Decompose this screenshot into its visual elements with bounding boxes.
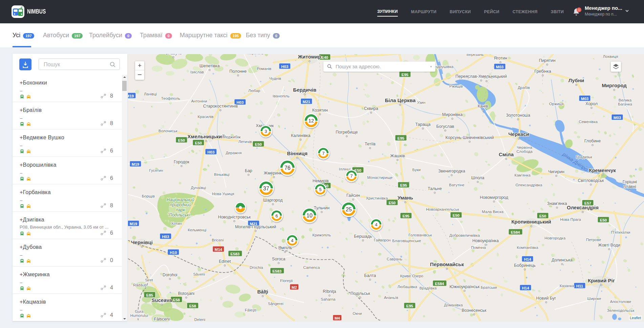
svg-text:H11: H11 [576,284,583,288]
svg-text:Новодністровськ: Новодністровськ [218,215,251,219]
svg-text:37: 37 [263,186,269,191]
svg-text:Братське: Братське [481,285,497,289]
svg-text:Хмельницький: Хмельницький [188,134,225,139]
svg-text:M19: M19 [132,162,139,166]
svg-text:Гребінка: Гребінка [534,69,551,74]
svg-text:4: 4 [291,238,293,243]
svg-text:E95: E95 [400,183,407,187]
svg-text:E95: E95 [398,136,405,140]
svg-text:Окни: Окни [353,311,362,315]
svg-text:Слобода: Слобода [516,149,533,154]
svg-text:Горішні: Горішні [623,180,637,184]
svg-text:Bălţi: Bălţi [257,289,269,295]
svg-text:Suceava: Suceava [152,297,173,303]
svg-text:E50: E50 [600,218,607,222]
svg-text:парк: парк [176,208,186,212]
svg-text:Чуднів: Чуднів [270,76,281,80]
svg-text:Саврань: Саврань [387,257,402,261]
svg-text:Врадіївка: Врадіївка [420,286,437,290]
svg-text:E583: E583 [231,252,240,256]
svg-text:Драбів: Драбів [518,86,530,90]
svg-text:Новгородка: Новгородка [544,236,566,240]
svg-text:Зеленодольськ: Зеленодольськ [607,308,635,312]
svg-text:Велика: Велика [619,98,632,102]
svg-text:Лубни: Лубни [568,77,584,83]
svg-text:Sângerei: Sângerei [268,302,283,306]
svg-text:E95: E95 [403,214,410,218]
svg-text:Гайворон: Гайворон [374,238,391,242]
svg-text:E50: E50 [453,213,459,217]
svg-text:Шпола: Шпола [471,175,484,180]
svg-text:Помічна: Помічна [471,245,486,250]
svg-text:M03: M03 [614,116,621,120]
svg-text:M14: M14 [215,248,222,252]
svg-text:E583: E583 [273,269,282,273]
svg-text:Олександрівка: Олександрівка [515,183,542,187]
svg-text:Briceni: Briceni [212,238,223,242]
svg-text:Бар: Бар [245,168,252,173]
svg-text:M19: M19 [130,222,137,226]
svg-text:M21: M21 [303,100,310,104]
svg-text:Червона: Червона [517,145,532,149]
svg-text:Національний: Національний [167,197,194,202]
svg-text:Градизьк: Градизьк [576,155,593,159]
svg-text:Теофіполь: Теофіполь [161,96,180,100]
svg-text:Вінниця: Вінниця [287,150,307,156]
svg-text:Ізяслав: Ізяслав [190,70,204,74]
svg-text:Канів: Канів [478,104,488,109]
svg-text:Вознесенськ: Вознесенськ [461,308,487,313]
svg-text:5: 5 [319,187,321,192]
svg-text:7: 7 [322,151,324,156]
svg-text:Звенигородка: Звенигородка [438,169,465,173]
svg-text:Антоніни: Антоніни [191,99,207,103]
svg-text:Яготин: Яготин [494,56,507,61]
svg-text:Кельменці: Кельменці [188,228,206,232]
svg-text:Кременчук: Кременчук [589,167,616,173]
svg-text:Бершадь: Бершадь [354,234,372,239]
svg-text:Кропивницький: Кропивницький [511,219,551,225]
svg-text:10: 10 [306,213,313,218]
svg-text:Золотоноша: Золотоноша [506,113,530,118]
svg-text:Нова Прага: Нова Прага [560,217,581,221]
svg-text:Любашівка: Любашівка [398,285,417,289]
svg-text:Подільськ: Подільськ [350,291,370,296]
svg-text:Făleşti: Făleşti [245,308,256,312]
svg-text:Сквира: Сквира [364,106,378,111]
svg-text:Андрушівка: Андрушівка [432,65,454,69]
svg-text:Широке: Широке [587,297,601,301]
svg-text:H14: H14 [522,286,529,290]
svg-text:Новоукраїнка: Новоукраїнка [472,238,499,243]
svg-text:Віньківці: Віньківці [214,172,229,177]
svg-text:Доманівка: Доманівка [444,303,463,307]
svg-text:Бобринець: Бобринець [514,263,536,268]
svg-text:Gura: Gura [135,309,144,313]
svg-text:Миропіль: Миропіль [246,54,263,55]
svg-text:M2: M2 [292,285,297,289]
svg-text:Крижопіль: Крижопіль [312,233,331,237]
svg-text:Корсунь-Шевченківський: Корсунь-Шевченківський [445,135,494,140]
svg-text:Полонне: Полонне [230,69,247,74]
svg-text:E50: E50 [539,214,546,218]
svg-text:Сміла: Сміла [499,151,514,157]
svg-text:Ананьїв: Ананьїв [384,296,398,300]
svg-text:Апостолове: Апостолове [610,300,631,304]
svg-text:Первомайськ: Первомайськ [430,261,464,267]
svg-text:Кривий Ріг: Кривий Ріг [588,278,615,283]
svg-text:Лохвиця: Лохвиця [603,54,618,58]
svg-text:Жашків: Жашків [390,154,405,158]
svg-text:Калинівка: Калинівка [291,133,310,138]
svg-text:E95: E95 [402,73,409,77]
svg-text:плавні: плавні [623,184,636,189]
svg-text:Благовіщенське: Благовіщенське [392,239,421,243]
svg-text:Глобине: Глобине [584,139,601,143]
svg-text:H03: H03 [162,235,169,239]
svg-text:Добровеличківка: Добровеличківка [449,233,480,237]
svg-text:Красилів: Красилів [197,115,213,119]
svg-text:M03: M03 [581,97,588,101]
svg-text:Dorohoi: Dorohoi [163,273,177,277]
svg-text:Узин: Узин [417,100,426,104]
svg-text:25: 25 [346,207,352,212]
svg-text:Săveni: Săveni [193,272,205,276]
svg-text:Голованівськ: Голованівськ [409,233,432,237]
svg-text:Криве Озеро: Криве Озеро [400,274,423,278]
